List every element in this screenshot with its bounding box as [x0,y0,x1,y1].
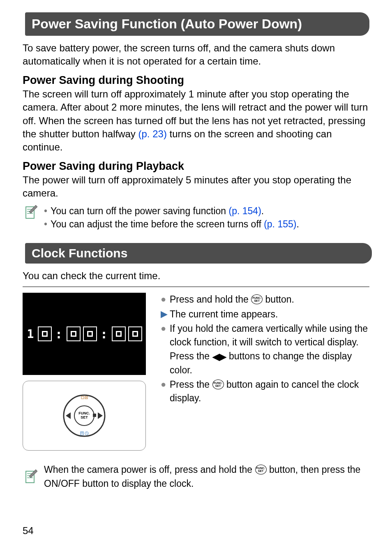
clock-colon: : [99,327,109,341]
step1: Press and hold the FUNC.SET button. [170,293,369,306]
pencil-note-icon [23,204,39,221]
step1-b: button. [263,294,294,305]
bullet-dot: • [44,217,47,231]
clock-digit: 1 [26,326,35,341]
svg-text:FUNC.: FUNC. [78,411,90,415]
note1-b: . [261,206,264,216]
section-title-clock: Clock Functions [32,246,127,260]
intro-text: To save battery power, the screen turns … [23,42,369,68]
separator-line [23,287,369,287]
svg-marker-7 [66,412,71,419]
svg-rect-17 [93,414,96,417]
step3: If you hold the camera vertically while … [170,322,369,377]
section-header-clock: Clock Functions [25,243,372,264]
func-set-icon: FUNC.SET [251,295,263,305]
note1: You can turn off the power saving functi… [51,204,264,217]
control-dial-image: FUNC. SET [23,381,146,451]
link-p155[interactable]: (p. 155) [264,219,296,229]
clock-intro: You can check the current time. [23,269,369,282]
bullet-icon: ● [161,322,170,377]
left-right-arrows-icon: ◀▶ [212,352,226,362]
clock-colon: : [54,327,64,341]
svg-rect-9 [81,396,84,399]
step2: The current time appears. [170,308,369,321]
subhead-playback: Power Saving during Playback [23,160,369,173]
svg-text:SET: SET [81,415,88,419]
svg-marker-8 [98,412,103,419]
step4-a: Press the [170,379,212,390]
pencil-note-icon [23,469,39,485]
clock-digit [67,326,81,341]
section-title: Power Saving Function (Auto Power Down) [32,16,302,31]
func-set-icon: FUNC.SET [212,380,224,390]
clock-digit [128,326,142,341]
note2: You can adjust the time before the scree… [51,217,299,231]
bullet-dot: • [44,204,47,217]
note-box-1: • You can turn off the power saving func… [23,204,369,231]
clock-lcd-digits: 1:: [26,326,142,341]
tip-box: When the camera power is off, press and … [23,463,369,491]
body-playback: The power will turn off approximately 5 … [23,174,369,200]
note-list: • You can turn off the power saving func… [44,204,299,231]
func-set-icon: FUNC.SET [255,465,267,475]
svg-line-16 [87,433,88,434]
clock-digit [112,326,126,341]
bullet-icon: ● [161,378,170,405]
link-p154[interactable]: (p. 154) [229,206,261,216]
section-header-power-saving: Power Saving Function (Auto Power Down) [25,12,369,36]
body-shooting: The screen will turn off approximately 1… [23,88,369,154]
clock-digit [38,326,52,341]
clock-lcd-image: 1:: [23,293,146,375]
step1-a: Press and hold the [170,294,251,305]
note1-a: You can turn off the power saving functi… [51,206,228,216]
bullet-icon: ● [161,293,170,306]
page-number: 54 [23,525,34,537]
clock-digit [83,326,97,341]
step4: Press the FUNC.SET button again to cance… [170,378,369,405]
subhead-shooting: Power Saving during Shooting [23,74,369,87]
link-p23[interactable]: (p. 23) [138,128,167,139]
tip-a: When the camera power is off, press and … [44,464,255,475]
note2-a: You can adjust the time before the scree… [51,219,264,229]
clock-instructions: ● Press and hold the FUNC.SET button. ▶ … [161,293,369,451]
arrow-icon: ▶ [161,308,170,321]
tip-text: When the camera power is off, press and … [44,463,369,491]
note2-b: . [296,219,299,229]
